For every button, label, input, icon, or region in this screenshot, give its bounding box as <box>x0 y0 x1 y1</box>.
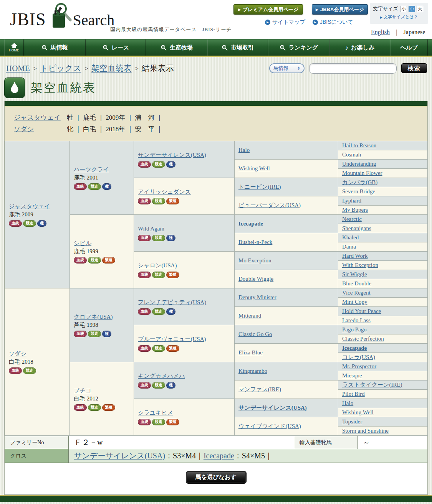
badge-bloodline[interactable]: 血統 <box>74 331 87 337</box>
sitemap-link[interactable]: ▶ サイトマップ <box>265 19 305 26</box>
cross-horse-link[interactable]: サンデーサイレンス(USA) <box>74 451 165 461</box>
nav-tab-horse-info[interactable]: 馬情報 <box>24 40 86 56</box>
badge-race[interactable]: 競走 <box>88 257 101 264</box>
badge-bloodline[interactable]: 血統 <box>138 272 151 278</box>
horse-link[interactable]: キングカメハメハ <box>138 372 230 380</box>
font-size-help-link[interactable]: ▶ 文字サイズとは？ <box>373 14 425 20</box>
badge-stud[interactable]: 種 <box>37 220 46 227</box>
badge-race[interactable]: 競走 <box>23 367 36 374</box>
badge-stud[interactable]: 種 <box>166 382 175 389</box>
global-search-input[interactable] <box>309 63 397 74</box>
horse-link[interactable]: Sir Wiggle <box>342 270 424 279</box>
horse-link[interactable]: Bushel-n-Peck <box>238 238 334 247</box>
badge-bloodline[interactable]: 血統 <box>9 220 22 227</box>
nav-tab-ranking[interactable]: ランキング <box>268 40 329 56</box>
badge-stud[interactable]: 種 <box>102 183 111 190</box>
horse-link[interactable]: Icecapade <box>342 344 424 352</box>
badge-race[interactable]: 競走 <box>88 404 101 411</box>
badge-stud[interactable]: 種 <box>102 331 111 337</box>
badge-bloodline[interactable]: 血統 <box>138 198 151 204</box>
horse-link[interactable]: ブルーアヴェニュー(USA) <box>138 335 230 344</box>
horse-link[interactable]: Blue Double <box>342 280 424 288</box>
badge-race[interactable]: 競走 <box>152 161 165 168</box>
horse-link[interactable]: ラストタイクーン(IRE) <box>342 381 424 389</box>
horse-link[interactable]: Eliza Blue <box>238 349 334 357</box>
horse-link[interactable]: Mint Copy <box>342 298 424 306</box>
horse-link[interactable]: Halo <box>238 146 334 155</box>
badge-race[interactable]: 競走 <box>152 382 165 389</box>
badge-bloodline[interactable]: 血統 <box>74 257 87 264</box>
horse-link[interactable]: Khaled <box>342 234 424 242</box>
horse-link[interactable]: Wishing Well <box>342 408 424 417</box>
horse-link[interactable]: ハーツクライ <box>74 166 130 174</box>
nav-tab-help[interactable]: ヘルプ <box>390 40 428 56</box>
jbis-logo[interactable]: JBIS Search <box>10 3 114 28</box>
reselect-horses-button[interactable]: 馬を選びなおす <box>186 471 247 484</box>
horse-link[interactable]: Classic Perfection <box>342 335 424 343</box>
font-size-medium-button[interactable]: 中 <box>409 6 415 12</box>
badge-bloodline[interactable]: 血統 <box>74 183 87 190</box>
subject-horse-link[interactable]: ジャスタウェイ <box>14 112 67 124</box>
horse-link[interactable]: サンデーサイレンス(USA) <box>138 151 230 160</box>
horse-link[interactable]: Double Wiggle <box>238 275 334 283</box>
horse-link[interactable]: Hold Your Peace <box>342 307 424 316</box>
badge-stud[interactable]: 種 <box>166 161 175 168</box>
horse-link[interactable]: Cosmah <box>342 151 424 159</box>
badge-stud[interactable]: 種 <box>166 235 175 241</box>
horse-link[interactable]: Mo Exception <box>238 257 334 265</box>
horse-link[interactable]: Topsider <box>342 418 424 426</box>
horse-link[interactable]: Vice Regent <box>342 289 424 297</box>
font-size-large-button[interactable]: 大 <box>417 6 423 12</box>
horse-link[interactable]: Wishing Well <box>238 165 334 173</box>
horse-link[interactable]: カンパラ(GB) <box>342 178 424 187</box>
horse-link[interactable]: シビル <box>74 239 130 248</box>
horse-link[interactable]: My Bupers <box>342 206 424 214</box>
horse-link[interactable]: マンファス(IRE) <box>238 385 334 394</box>
nav-tab-fun[interactable]: ♪お楽しみ <box>329 40 390 56</box>
subject-horse-link[interactable]: ソダシ <box>14 124 67 135</box>
badge-bloodline[interactable]: 血統 <box>138 308 151 315</box>
font-size-small-button[interactable]: 小 <box>401 6 407 12</box>
badge-stud[interactable]: 種 <box>166 308 175 315</box>
breadcrumb-item-topics[interactable]: トピックス <box>40 64 81 73</box>
badge-race[interactable]: 競走 <box>152 235 165 241</box>
badge-bloodline[interactable]: 血統 <box>9 367 22 374</box>
badge-bloodline[interactable]: 血統 <box>138 235 151 241</box>
horse-link[interactable]: Severn Bridge <box>342 188 424 196</box>
badge-bloodline[interactable]: 血統 <box>138 419 151 425</box>
badge-race[interactable]: 競走 <box>88 183 101 190</box>
cross-horse-link[interactable]: Icecapade <box>204 451 234 460</box>
horse-link[interactable]: Lyphard <box>342 197 424 205</box>
nav-tab-market[interactable]: 市場取引 <box>207 40 268 56</box>
horse-link[interactable]: Hard Work <box>342 252 424 260</box>
horse-link[interactable]: シラユキヒメ <box>138 409 230 417</box>
horse-link[interactable]: Shenanigans <box>342 224 424 233</box>
horse-link[interactable]: Storm and Sunshine <box>342 427 424 435</box>
nav-tab-home[interactable]: HOME <box>4 40 24 56</box>
horse-link[interactable]: Miesque <box>342 372 424 380</box>
badge-brood[interactable]: 繁殖 <box>166 272 179 278</box>
badge-race[interactable]: 競走 <box>152 308 165 315</box>
horse-link[interactable]: ブチコ <box>74 387 130 395</box>
badge-bloodline[interactable]: 血統 <box>138 382 151 389</box>
badge-brood[interactable]: 繁殖 <box>166 419 179 425</box>
horse-link[interactable]: Mitterand <box>238 312 334 320</box>
horse-link[interactable]: ソダシ <box>9 350 66 358</box>
horse-link[interactable]: Mountain Flower <box>342 169 424 178</box>
badge-race[interactable]: 競走 <box>152 272 165 278</box>
horse-link[interactable]: フレンチデピュティ(USA) <box>138 298 230 307</box>
badge-brood[interactable]: 繁殖 <box>102 404 115 411</box>
badge-race[interactable]: 競走 <box>152 345 165 352</box>
horse-link[interactable]: ウェイブウインド(USA) <box>238 422 334 431</box>
horse-link[interactable]: ジャスタウェイ <box>9 203 66 211</box>
badge-brood[interactable]: 繁殖 <box>166 345 179 352</box>
horse-link[interactable]: アイリッシュダンス <box>138 188 230 196</box>
badge-bloodline[interactable]: 血統 <box>138 345 151 352</box>
badge-race[interactable]: 競走 <box>152 198 165 204</box>
horse-link[interactable]: シャロン(USA) <box>138 262 230 270</box>
horse-link[interactable]: With Exception <box>342 261 424 270</box>
horse-link[interactable]: Hail to Reason <box>342 142 424 150</box>
horse-link[interactable]: Deputy Minister <box>238 293 334 302</box>
horse-link[interactable]: Understanding <box>342 160 424 168</box>
badge-bloodline[interactable]: 血統 <box>138 161 151 168</box>
